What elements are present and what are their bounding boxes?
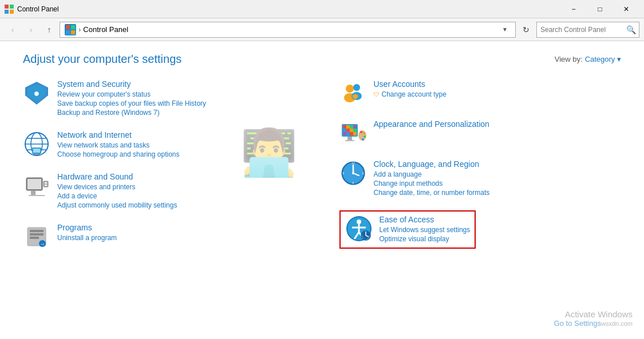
refresh-button[interactable]: ↻ [518, 22, 534, 38]
svg-rect-41 [350, 125, 353, 129]
svg-rect-18 [34, 154, 39, 155]
link-file-history[interactable]: Save backup copies of your files with Fi… [57, 99, 305, 107]
link-mobility-settings[interactable]: Adjust commonly used mobility settings [57, 201, 305, 209]
minimize-button[interactable]: − [560, 0, 587, 18]
app-icon [5, 5, 14, 14]
link-network-status[interactable]: View network status and tasks [57, 141, 305, 149]
categories-grid: ● System and Security Review your comput… [23, 79, 621, 263]
hardware-icon [23, 172, 50, 200]
svg-rect-20 [27, 179, 41, 189]
address-separator: › [78, 25, 81, 34]
svg-rect-40 [346, 125, 350, 129]
network-icon [23, 130, 50, 158]
link-change-account-type[interactable]: Change account type [382, 90, 447, 98]
category-clock: 12 6 9 3 Clock, Language, and Region Add… [339, 159, 622, 198]
ease-of-access-icon [345, 215, 373, 242]
title-bar: Control Panel − □ ✕ [0, 0, 644, 18]
activate-windows-notice: Activate Windows Go to Settingswsxdn.com [554, 309, 633, 328]
address-dropdown-button[interactable]: ▼ [499, 24, 511, 35]
clock-title[interactable]: Clock, Language, and Region [374, 159, 622, 169]
link-devices-printers[interactable]: View devices and printers [57, 183, 305, 191]
header-row: Adjust your computer's settings View by:… [23, 53, 621, 66]
link-add-device[interactable]: Add a device [57, 192, 305, 200]
svg-rect-2 [5, 10, 9, 14]
svg-rect-5 [71, 25, 75, 29]
main-content: Adjust your computer's settings View by:… [0, 41, 644, 274]
svg-rect-1 [10, 5, 14, 9]
hardware-content: Hardware and Sound View devices and prin… [57, 172, 305, 210]
category-hardware: Hardware and Sound View devices and prin… [23, 172, 305, 210]
system-security-icon: ● [23, 79, 50, 107]
hardware-title[interactable]: Hardware and Sound [57, 172, 305, 181]
left-column: ● System and Security Review your comput… [23, 79, 305, 263]
link-input-methods[interactable]: Change input methods [374, 180, 622, 188]
svg-point-56 [364, 135, 366, 138]
svg-rect-46 [353, 129, 357, 132]
svg-text:→: → [39, 241, 45, 247]
page-title: Adjust your computer's settings [23, 53, 181, 66]
system-security-title[interactable]: System and Security [57, 79, 305, 89]
svg-text:6: 6 [352, 181, 354, 185]
ease-of-access-title[interactable]: Ease of Access [380, 215, 471, 224]
search-box[interactable]: 🔍 [536, 22, 639, 38]
svg-point-69 [357, 220, 361, 224]
activate-title: Activate Windows [554, 309, 633, 319]
address-bar: ‹ › ↑ › Control Panel ▼ ↻ 🔍 [0, 18, 644, 41]
svg-rect-4 [66, 25, 70, 29]
svg-point-32 [346, 85, 354, 93]
link-homegroup[interactable]: Choose homegroup and sharing options [57, 150, 305, 158]
appearance-title[interactable]: Appearance and Personalization [374, 119, 622, 129]
link-review-status[interactable]: Review your computer's status [57, 90, 305, 98]
search-icon[interactable]: 🔍 [626, 25, 636, 34]
network-title[interactable]: Network and Internet [57, 130, 305, 139]
activate-link[interactable]: Go to Settingswsxdn.com [554, 319, 633, 328]
maximize-button[interactable]: □ [587, 0, 613, 18]
link-visual-display[interactable]: Optimize visual display [380, 235, 471, 243]
address-box[interactable]: › Control Panel ▼ [60, 22, 516, 38]
link-date-time[interactable]: Change date, time, or number formats [374, 189, 622, 197]
link-add-language[interactable]: Add a language [374, 170, 622, 178]
programs-title[interactable]: Programs [57, 223, 305, 232]
view-by-label: View by: [555, 55, 583, 63]
link-backup-restore[interactable]: Backup and Restore (Windows 7) [57, 109, 305, 117]
up-button[interactable]: ↑ [41, 22, 57, 38]
svg-rect-3 [10, 10, 14, 14]
svg-text:9: 9 [342, 172, 344, 175]
svg-rect-42 [353, 125, 357, 129]
svg-rect-51 [347, 137, 352, 140]
svg-point-57 [362, 138, 364, 141]
user-accounts-content: User Accounts 🛡 Change account type [374, 79, 622, 98]
category-ease-of-access-highlighted: Ease of Access Let Windows suggest setti… [339, 210, 476, 249]
svg-rect-50 [353, 132, 357, 135]
view-by-value[interactable]: Category ▾ [585, 55, 621, 63]
category-programs: → Programs Uninstall a program [23, 223, 305, 250]
right-column: User Accounts 🛡 Change account type [339, 79, 622, 263]
svg-point-34 [353, 84, 360, 91]
system-security-content: System and Security Review your computer… [57, 79, 305, 118]
link-uninstall[interactable]: Uninstall a program [57, 234, 305, 242]
svg-rect-6 [66, 30, 70, 34]
svg-rect-28 [30, 233, 44, 236]
address-path: Control Panel [83, 25, 128, 34]
link-suggest-settings[interactable]: Let Windows suggest settings [380, 226, 471, 234]
svg-rect-44 [346, 129, 350, 132]
appearance-icon [339, 119, 367, 147]
svg-rect-22 [45, 182, 47, 184]
svg-point-62 [352, 172, 354, 174]
svg-rect-43 [343, 129, 346, 132]
close-button[interactable]: ✕ [613, 0, 639, 18]
search-input[interactable] [540, 26, 626, 34]
svg-rect-27 [30, 230, 44, 232]
forward-button[interactable]: › [23, 22, 39, 38]
user-accounts-title[interactable]: User Accounts [374, 79, 622, 89]
svg-rect-25 [29, 195, 45, 196]
svg-rect-45 [350, 129, 353, 132]
svg-rect-48 [346, 132, 350, 135]
svg-text:3: 3 [362, 172, 364, 175]
back-button[interactable]: ‹ [5, 22, 21, 38]
svg-rect-23 [45, 185, 47, 186]
svg-rect-24 [31, 190, 35, 195]
network-content: Network and Internet View network status… [57, 130, 305, 159]
clock-icon: 12 6 9 3 [339, 159, 367, 187]
category-network: Network and Internet View network status… [23, 130, 305, 159]
